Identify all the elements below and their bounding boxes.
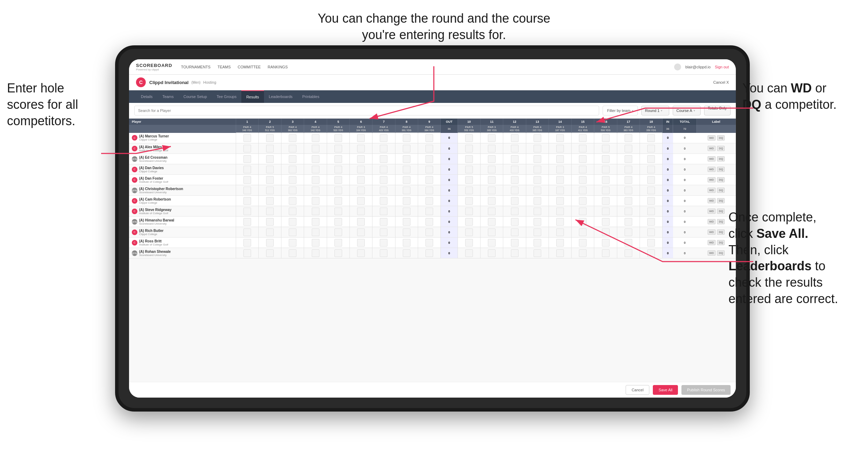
score-input-h16-row6[interactable]	[602, 197, 610, 205]
dq-btn-11[interactable]: DQ	[717, 250, 725, 256]
score-input-h6-row9[interactable]	[357, 228, 365, 236]
score-input-h18-row5[interactable]	[647, 187, 655, 194]
score-h14-row11[interactable]	[549, 248, 571, 258]
score-input-h8-row0[interactable]	[403, 134, 410, 142]
score-input-h11-row8[interactable]	[488, 218, 496, 226]
score-h18-row3[interactable]	[640, 164, 663, 175]
score-input-h5-row10[interactable]	[334, 239, 342, 247]
wd-btn-1[interactable]: WD	[708, 146, 716, 151]
score-h10-row11[interactable]	[458, 248, 480, 258]
score-input-h3-row3[interactable]	[289, 166, 296, 173]
score-input-h10-row9[interactable]	[465, 228, 473, 236]
score-input-h9-row11[interactable]	[425, 249, 433, 257]
score-input-h4-row5[interactable]	[312, 187, 319, 194]
publish-round-btn[interactable]: Publish Round Scores	[681, 385, 731, 395]
score-h7-row6[interactable]	[372, 196, 395, 206]
score-input-h3-row6[interactable]	[289, 197, 296, 205]
footer-cancel-btn[interactable]: Cancel	[626, 385, 649, 395]
score-input-h16-row8[interactable]	[602, 218, 610, 226]
score-input-h8-row4[interactable]	[403, 176, 410, 184]
score-h18-row4[interactable]	[640, 175, 663, 185]
score-h5-row6[interactable]	[327, 196, 349, 206]
score-h16-row1[interactable]	[594, 143, 617, 154]
score-h13-row11[interactable]	[526, 248, 549, 258]
score-h9-row8[interactable]	[418, 217, 440, 227]
score-h11-row10[interactable]	[481, 238, 503, 248]
score-h13-row8[interactable]	[526, 217, 549, 227]
score-h10-row5[interactable]	[458, 185, 480, 196]
score-input-h7-row0[interactable]	[380, 134, 387, 142]
score-input-h18-row1[interactable]	[647, 145, 655, 152]
score-h7-row0[interactable]	[372, 133, 395, 143]
score-input-h2-row8[interactable]	[266, 218, 274, 226]
score-input-h18-row8[interactable]	[647, 218, 655, 226]
score-input-h9-row9[interactable]	[425, 228, 433, 236]
score-h2-row5[interactable]	[258, 185, 281, 196]
score-h1-row1[interactable]	[236, 143, 258, 154]
score-input-h2-row1[interactable]	[266, 145, 274, 152]
score-input-h18-row6[interactable]	[647, 197, 655, 205]
nav-committee[interactable]: COMMITTEE	[238, 63, 261, 70]
score-input-h6-row3[interactable]	[357, 166, 365, 173]
score-h2-row3[interactable]	[258, 164, 281, 175]
score-input-h9-row6[interactable]	[425, 197, 433, 205]
score-input-h9-row2[interactable]	[425, 155, 433, 163]
score-input-h6-row1[interactable]	[357, 145, 365, 152]
score-input-h16-row0[interactable]	[602, 134, 610, 142]
score-h5-row7[interactable]	[327, 206, 349, 217]
score-h4-row6[interactable]	[304, 196, 327, 206]
score-h3-row9[interactable]	[281, 227, 304, 238]
score-input-h17-row1[interactable]	[625, 145, 632, 152]
score-h5-row3[interactable]	[327, 164, 349, 175]
score-input-h7-row7[interactable]	[380, 208, 387, 215]
totals-only-toggle[interactable]: Totals Only	[704, 106, 731, 115]
score-h3-row10[interactable]	[281, 238, 304, 248]
score-input-h10-row8[interactable]	[465, 218, 473, 226]
score-input-h3-row4[interactable]	[289, 176, 296, 184]
score-input-h4-row9[interactable]	[312, 228, 319, 236]
score-h1-row0[interactable]	[236, 133, 258, 143]
tab-leaderboards[interactable]: Leaderboards	[264, 90, 297, 103]
score-h11-row3[interactable]	[481, 164, 503, 175]
score-input-h13-row8[interactable]	[534, 218, 541, 226]
score-input-h14-row6[interactable]	[556, 197, 564, 205]
score-input-h16-row7[interactable]	[602, 208, 610, 215]
score-h7-row5[interactable]	[372, 185, 395, 196]
score-input-h10-row5[interactable]	[465, 187, 473, 194]
score-h4-row5[interactable]	[304, 185, 327, 196]
score-h6-row0[interactable]	[350, 133, 372, 143]
score-h17-row0[interactable]	[617, 133, 640, 143]
score-h3-row1[interactable]	[281, 143, 304, 154]
score-input-h1-row4[interactable]	[243, 176, 251, 184]
score-h5-row2[interactable]	[327, 154, 349, 164]
score-input-h12-row6[interactable]	[511, 197, 519, 205]
score-h9-row3[interactable]	[418, 164, 440, 175]
score-h15-row1[interactable]	[572, 143, 594, 154]
score-h4-row8[interactable]	[304, 217, 327, 227]
score-h7-row7[interactable]	[372, 206, 395, 217]
score-input-h7-row11[interactable]	[380, 249, 387, 257]
score-input-h6-row11[interactable]	[357, 249, 365, 257]
score-input-h15-row5[interactable]	[579, 187, 587, 194]
score-input-h13-row1[interactable]	[534, 145, 541, 152]
score-input-h1-row9[interactable]	[243, 228, 251, 236]
score-h9-row6[interactable]	[418, 196, 440, 206]
score-input-h9-row4[interactable]	[425, 176, 433, 184]
score-input-h8-row5[interactable]	[403, 187, 410, 194]
cancel-tournament-btn[interactable]: Cancel X	[713, 80, 729, 84]
score-input-h10-row2[interactable]	[465, 155, 473, 163]
score-h18-row1[interactable]	[640, 143, 663, 154]
score-h2-row9[interactable]	[258, 227, 281, 238]
score-h15-row10[interactable]	[572, 238, 594, 248]
score-input-h12-row10[interactable]	[511, 239, 519, 247]
score-h6-row6[interactable]	[350, 196, 372, 206]
score-h5-row5[interactable]	[327, 185, 349, 196]
score-h16-row10[interactable]	[594, 238, 617, 248]
score-h12-row8[interactable]	[503, 217, 526, 227]
score-input-h1-row0[interactable]	[243, 134, 251, 142]
score-input-h12-row3[interactable]	[511, 166, 519, 173]
score-input-h1-row6[interactable]	[243, 197, 251, 205]
score-input-h15-row1[interactable]	[579, 145, 587, 152]
score-h1-row4[interactable]	[236, 175, 258, 185]
score-input-h16-row3[interactable]	[602, 166, 610, 173]
